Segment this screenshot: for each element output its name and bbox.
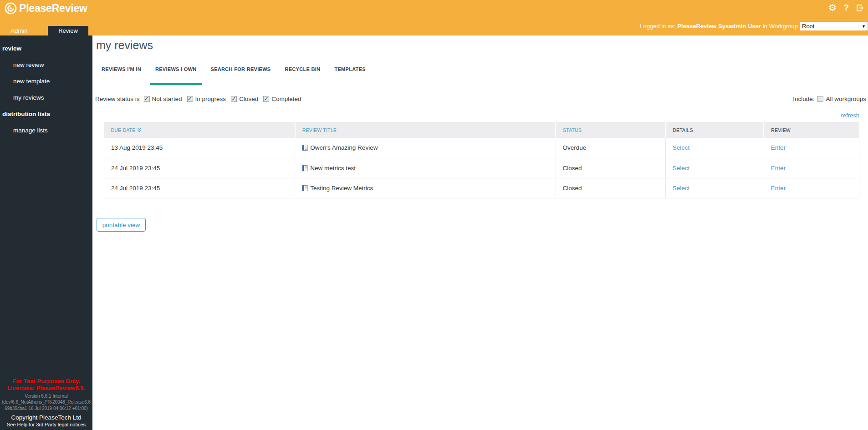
review-cell: Enter — [764, 138, 859, 158]
settings-icon[interactable]: ⚙︎ — [828, 2, 837, 13]
sort-descending-icon — [137, 128, 142, 132]
brand-name: PleaseReview — [19, 2, 87, 15]
filter-not-started: Not started — [144, 96, 182, 102]
closed-label: Closed — [239, 96, 258, 102]
workgroup-select[interactable]: Root ▼ — [800, 22, 868, 30]
include-filter: Include: All workgroups — [793, 95, 866, 103]
copyright: Copyright PleaseTech Ltd — [0, 414, 92, 421]
sidebar-footer: For Test Purposes Only. Licensee: Please… — [0, 378, 92, 429]
column-status[interactable]: STATUS — [556, 122, 665, 138]
enter-link[interactable]: Enter — [771, 165, 786, 172]
tab-recycle-bin[interactable]: RECYCLE BIN — [285, 66, 321, 85]
details-cell: Select — [665, 158, 764, 178]
workgroup-label: in Workgroup — [763, 23, 798, 30]
help-icon[interactable]: ? — [843, 2, 849, 13]
status-cell: Closed — [556, 158, 665, 178]
workgroup-value: Root — [802, 23, 814, 30]
table-row: 13 Aug 2019 23:45 Owen's Amazing Review … — [104, 138, 859, 158]
completed-label: Completed — [271, 96, 301, 102]
not-started-label: Not started — [152, 96, 182, 102]
column-due-date[interactable]: DUE DATE — [104, 122, 295, 138]
sidebar-section-review: review — [0, 40, 92, 56]
tab-search-for-reviews[interactable]: SEARCH FOR REVIEWS — [211, 66, 271, 85]
sidebar-item-manage-lists[interactable]: manage lists — [0, 122, 92, 138]
version-line3: 69b35cba1 16 Jul 2019 04:06:12 +01:00) — [0, 405, 92, 412]
all-workgroups-checkbox[interactable] — [817, 96, 823, 102]
all-workgroups-label: All workgroups — [826, 96, 866, 102]
column-details: DETAILS — [665, 122, 764, 138]
enter-link[interactable]: Enter — [771, 185, 786, 192]
review-cell: Enter — [764, 178, 859, 198]
not-started-checkbox[interactable] — [144, 96, 150, 102]
details-cell: Select — [665, 138, 764, 158]
logged-in-user: PleaseReview Sysadmin User — [677, 23, 761, 30]
tab-admin[interactable]: Admin — [0, 26, 38, 35]
select-link[interactable]: Select — [673, 185, 690, 192]
license-warning-line2: Licensee: PleaseReview6.6. — [0, 384, 92, 391]
review-title-cell: New metrics test — [295, 158, 556, 178]
due-date-cell: 13 Aug 2019 23:45 — [104, 138, 295, 158]
page-title: my reviews — [96, 38, 153, 52]
sidebar: review new review new template my review… — [0, 35, 92, 430]
table-row: 24 Jul 2019 23:45 Testing Review Metrics… — [104, 178, 859, 198]
license-warning-line1: For Test Purposes Only. — [0, 378, 92, 384]
top-nav: Admin Review — [0, 26, 88, 35]
sidebar-item-new-review[interactable]: new review — [0, 56, 92, 73]
status-cell: Closed — [556, 178, 665, 198]
tab-review[interactable]: Review — [48, 26, 88, 35]
enter-link[interactable]: Enter — [771, 144, 786, 151]
review-title-cell: Owen's Amazing Review — [295, 138, 556, 158]
column-review: REVIEW — [764, 122, 859, 138]
sidebar-section-distribution-lists: distribution lists — [0, 106, 92, 122]
table-row: 24 Jul 2019 23:45 New metrics test Close… — [104, 158, 859, 178]
select-link[interactable]: Select — [673, 165, 690, 172]
main-content: my reviews REVIEWS I'M IN REVIEWS I OWN … — [92, 35, 868, 430]
include-label: Include: — [793, 96, 814, 102]
filter-label: Review status is — [95, 96, 140, 102]
version-line2: (dev/6.6_NotAthens_PR-20048_Release6.6 — [0, 399, 92, 405]
tab-reviews-im-in[interactable]: REVIEWS I'M IN — [102, 66, 141, 85]
select-arrow-icon: ▼ — [862, 24, 866, 29]
document-icon — [302, 185, 308, 191]
logout-icon[interactable] — [856, 4, 864, 12]
in-progress-label: In progress — [195, 96, 226, 102]
due-date-cell: 24 Jul 2019 23:45 — [104, 178, 295, 198]
document-icon — [302, 145, 308, 151]
tab-templates[interactable]: TEMPLATES — [334, 66, 366, 85]
pleasereview-logo-icon — [5, 2, 17, 15]
reviews-table: DUE DATE REVIEW TITLE STATUS DETAILS REV… — [104, 122, 859, 198]
brand[interactable]: PleaseReview — [5, 2, 87, 15]
sidebar-item-my-reviews[interactable]: my reviews — [0, 89, 92, 106]
filter-in-progress: In progress — [187, 96, 226, 102]
sidebar-item-new-template[interactable]: new template — [0, 73, 92, 89]
status-filter: Review status is Not started In progress… — [95, 95, 306, 103]
review-cell: Enter — [764, 158, 859, 178]
document-icon — [302, 165, 308, 171]
select-link[interactable]: Select — [673, 144, 690, 151]
legal-notice: See Help for 3rd Party legal notices — [0, 421, 92, 428]
login-status: Logged in as: PleaseReview Sysadmin User… — [640, 21, 868, 30]
status-cell: Overdue — [556, 138, 665, 158]
due-date-cell: 24 Jul 2019 23:45 — [104, 158, 295, 178]
refresh-link[interactable]: refresh — [841, 112, 859, 119]
in-progress-checkbox[interactable] — [187, 96, 193, 102]
closed-checkbox[interactable] — [231, 96, 237, 102]
review-title-cell: Testing Review Metrics — [295, 178, 556, 198]
filter-completed: Completed — [263, 96, 301, 102]
printable-view-button[interactable]: printable view — [97, 218, 146, 232]
completed-checkbox[interactable] — [263, 96, 269, 102]
details-cell: Select — [665, 178, 764, 198]
filter-closed: Closed — [231, 96, 258, 102]
tab-reviews-i-own[interactable]: REVIEWS I OWN — [155, 66, 197, 85]
logged-in-prefix: Logged in as: — [640, 23, 675, 30]
review-tabs: REVIEWS I'M IN REVIEWS I OWN SEARCH FOR … — [102, 66, 366, 85]
app-header: PleaseReview ⚙︎ ? Logged in as: PleaseRe… — [0, 0, 868, 35]
version-line1: Version 6.6.1 Internal — [0, 393, 92, 400]
column-review-title[interactable]: REVIEW TITLE — [295, 122, 556, 138]
table-header-row: DUE DATE REVIEW TITLE STATUS DETAILS REV… — [104, 122, 859, 138]
